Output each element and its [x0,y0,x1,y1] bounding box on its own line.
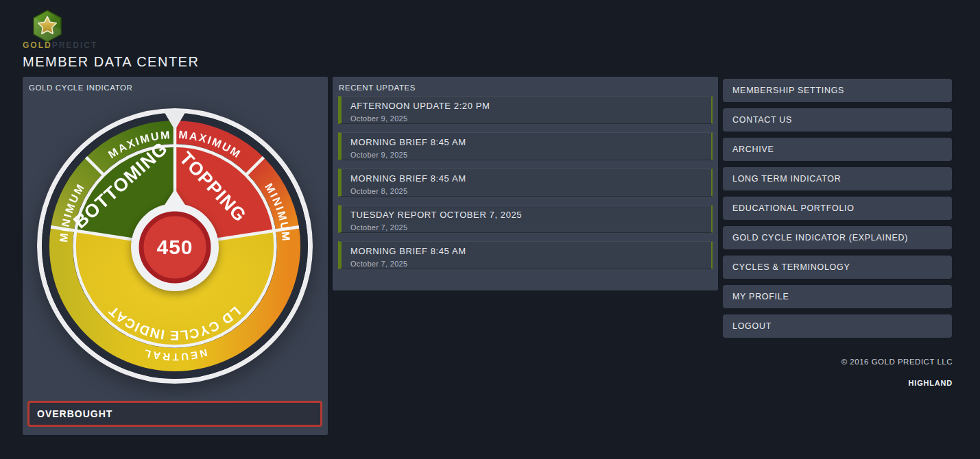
update-title: MORNING BRIEF 8:45 AM [350,246,703,256]
status-badge-overbought: OVERBOUGHT [27,401,322,427]
update-item[interactable]: MORNING BRIEF 8:45 AM October 7, 2025 [338,241,713,269]
menu-item-educational-portfolio[interactable]: EDUCATIONAL PORTFOLIO [723,197,952,220]
update-title: MORNING BRIEF 8:45 AM [350,173,703,184]
update-date: October 8, 2025 [350,187,703,195]
menu-item-membership-settings[interactable]: MEMBERSHIP SETTINGS [723,79,952,102]
footer-credit: HIGHLAND [909,379,953,387]
menu-item-cycles-terminology[interactable]: CYCLES & TERMINOLOGY [723,256,952,279]
update-title: AFTERNOON UPDATE 2:20 PM [350,101,703,111]
menu-item-my-profile[interactable]: MY PROFILE [723,285,952,308]
member-data-center-page: { "brand": { "gold": "GOLD", "predict": … [0,0,980,459]
update-date: October 9, 2025 [350,114,703,123]
recent-updates-panel: RECENT UPDATES AFTERNOON UPDATE 2:20 PM … [333,77,718,290]
brand-name: GOLDPREDICT [23,40,97,50]
menu-item-long-term-indicator[interactable]: LONG TERM INDICATOR [723,167,952,190]
gold-cycle-indicator-panel: GOLD CYCLE INDICATOR [23,77,328,435]
update-title: TUESDAY REPORT OCTOBER 7, 2025 [350,210,703,220]
gold-cycle-gauge: MINIMUM MAXIMUM MAXIMUM MINIMUM NEUTRAL … [31,102,320,390]
update-date: October 7, 2025 [350,223,703,232]
update-item[interactable]: MORNING BRIEF 8:45 AM October 9, 2025 [338,132,713,160]
gauge-panel-title: GOLD CYCLE INDICATOR [23,77,328,96]
updates-panel-title: RECENT UPDATES [333,77,718,96]
menu-item-logout[interactable]: LOGOUT [723,314,952,338]
brand-gold-text: GOLD [23,40,52,50]
page-title: MEMBER DATA CENTER [23,54,199,70]
menu-item-gold-cycle-indicator-explained[interactable]: GOLD CYCLE INDICATOR (EXPLAINED) [723,226,952,249]
menu-item-archive[interactable]: ARCHIVE [723,138,952,161]
gauge-value: 450 [156,236,193,258]
brand-predict-text: PREDICT [52,40,98,50]
update-item[interactable]: AFTERNOON UPDATE 2:20 PM October 9, 2025 [338,96,713,124]
menu-item-contact-us[interactable]: CONTACT US [723,108,952,132]
star-shield-icon [31,9,64,43]
update-date: October 7, 2025 [350,260,703,268]
update-item[interactable]: MORNING BRIEF 8:45 AM October 8, 2025 [338,169,713,197]
footer-copyright: © 2016 GOLD PREDICT LLC [841,358,953,366]
update-item[interactable]: TUESDAY REPORT OCTOBER 7, 2025 October 7… [338,205,713,233]
update-date: October 9, 2025 [350,151,703,159]
main-menu: MEMBERSHIP SETTINGS CONTACT US ARCHIVE L… [723,79,952,344]
update-title: MORNING BRIEF 8:45 AM [350,137,703,147]
